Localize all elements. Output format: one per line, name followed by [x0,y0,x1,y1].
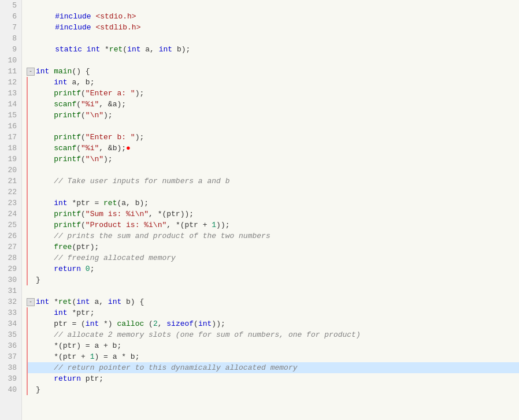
code-line: // Take user inputs for numbers a and b [27,176,519,187]
code-line: - int *ret(int a, int b) { [27,296,519,307]
code-line: #include <stdlib.h> [27,22,519,33]
code-line: free(ptr); [27,241,519,252]
code-line: *(ptr) = a + b; [27,340,519,351]
code-line: printf("Sum is: %i\n", *(ptr)); [27,209,519,220]
code-editor: 5 6 7 8 9 10 11 12 13 14 15 16 17 18 19 … [0,0,519,420]
code-line: // freeing allocated memory [27,252,519,263]
code-line: return 0; [27,263,519,274]
code-line: } [27,384,519,395]
code-line: scanf("%i", &a); [27,99,519,110]
code-line: printf("Enter a: "); [27,88,519,99]
code-line: - int main() { [27,66,519,77]
code-line: #include <stdio.h> [27,11,519,22]
code-line-highlighted: // return pointer to this dynamically al… [27,362,519,373]
code-line: int *ptr = ret(a, b); [27,198,519,209]
code-line: int *ptr; [27,307,519,318]
code-line: *(ptr + 1) = a * b; [27,351,519,362]
code-line [27,187,519,198]
code-line [27,0,519,11]
code-line [27,285,519,296]
code-line: } [27,274,519,285]
code-content[interactable]: #include <stdio.h> #include <stdlib.h> s… [22,0,519,420]
code-line [27,165,519,176]
code-line: printf("\n"); [27,154,519,165]
code-line: // prints the sum and product of the two… [27,231,519,241]
line-numbers: 5 6 7 8 9 10 11 12 13 14 15 16 17 18 19 … [0,0,22,420]
code-line: ptr = (int *) calloc (2, sizeof(int)); [27,318,519,329]
code-line [27,121,519,132]
fold-marker-ret[interactable]: - [27,298,35,306]
code-line [27,33,519,44]
code-line: // allocate 2 memory slots (one for sum … [27,329,519,340]
code-line: scanf("%i", &b);● [27,143,519,154]
code-line: printf("Enter b: "); [27,132,519,143]
code-line: return ptr; [27,373,519,384]
code-line: static int *ret(int a, int b); [27,44,519,55]
code-line [27,55,519,66]
code-line: printf("\n"); [27,110,519,121]
fold-marker-main[interactable]: - [27,68,35,76]
code-line: printf("Product is: %i\n", *(ptr + 1)); [27,220,519,231]
code-line: int a, b; [27,77,519,88]
